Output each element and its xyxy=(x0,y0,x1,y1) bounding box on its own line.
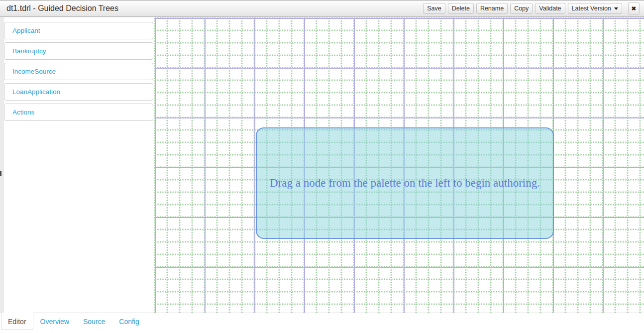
version-dropdown-button[interactable]: Latest Version xyxy=(568,3,622,14)
palette-item-actions[interactable]: Actions xyxy=(4,104,153,121)
rename-button[interactable]: Rename xyxy=(476,3,508,14)
palette-item-label: Bankruptcy xyxy=(12,47,46,55)
node-palette: Applicant Bankruptcy IncomeSource LoanAp… xyxy=(4,17,154,313)
palette-item-bankruptcy[interactable]: Bankruptcy xyxy=(4,42,153,60)
palette-item-applicant[interactable]: Applicant xyxy=(4,22,153,39)
tab-config[interactable]: Config xyxy=(112,313,146,330)
delete-button[interactable]: Delete xyxy=(448,3,474,14)
drop-hint-node: Drag a node from the palette on the left… xyxy=(256,127,554,239)
palette-item-label: Actions xyxy=(12,109,34,116)
splitter-handle[interactable] xyxy=(0,171,1,176)
page-title: dt1.tdrl - Guided Decision Trees xyxy=(6,4,118,13)
drop-hint-message: Drag a node from the palette on the left… xyxy=(270,177,540,190)
tab-label: Source xyxy=(83,318,105,326)
tab-label: Overview xyxy=(40,318,69,326)
copy-button[interactable]: Copy xyxy=(510,3,533,14)
titlebar-actions: Save Delete Rename Copy Validate Latest … xyxy=(423,2,644,14)
validate-button[interactable]: Validate xyxy=(535,3,565,14)
editor-tabbar: Editor Overview Source Config xyxy=(0,313,644,333)
palette-item-loanapplication[interactable]: LoanApplication xyxy=(4,83,153,101)
tab-label: Editor xyxy=(8,318,26,326)
version-dropdown-label: Latest Version xyxy=(572,5,611,12)
tab-overview[interactable]: Overview xyxy=(33,313,76,330)
palette-item-label: LoanApplication xyxy=(12,88,60,96)
editor-main: Applicant Bankruptcy IncomeSource LoanAp… xyxy=(0,17,644,313)
tab-source[interactable]: Source xyxy=(76,313,112,330)
palette-item-label: IncomeSource xyxy=(12,68,56,75)
save-button[interactable]: Save xyxy=(423,3,445,14)
editor-titlebar: dt1.tdrl - Guided Decision Trees Save De… xyxy=(0,0,644,17)
palette-item-incomesource[interactable]: IncomeSource xyxy=(4,63,153,80)
palette-item-label: Applicant xyxy=(12,27,40,34)
tab-label: Config xyxy=(119,318,139,326)
tab-editor[interactable]: Editor xyxy=(1,313,33,330)
decision-tree-canvas[interactable]: Drag a node from the palette on the left… xyxy=(154,17,644,313)
close-button[interactable]: ✖ xyxy=(628,2,640,14)
caret-down-icon xyxy=(614,7,618,10)
close-icon: ✖ xyxy=(632,5,636,11)
